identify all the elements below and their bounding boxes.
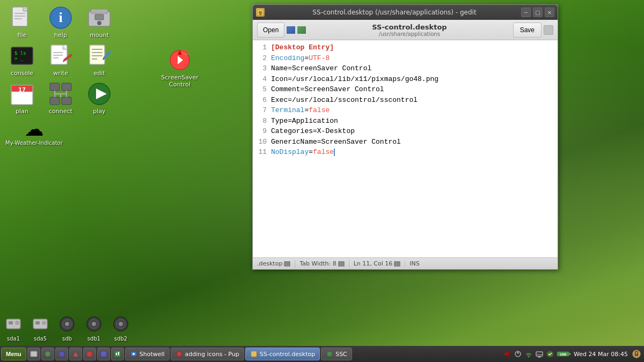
svg-rect-50 <box>35 321 40 324</box>
taskbar-quick-3[interactable] <box>69 348 82 360</box>
storage-sda5[interactable]: sda5 <box>32 316 48 342</box>
gedit-window: g SS-control.desktop (/usr/share/applica… <box>252 4 558 270</box>
tab-width-label: Tab Width: 8 <box>299 260 336 267</box>
console-icon-label: console <box>11 70 33 77</box>
svg-point-71 <box>133 353 135 355</box>
menu-button-label: Menu <box>6 351 21 357</box>
connect-icon <box>48 81 74 107</box>
code-line-1: 1 [Desktop Entry] <box>253 42 558 53</box>
sdb-label: sdb <box>62 336 72 342</box>
battery-tray-icon[interactable]: 100 <box>557 350 572 358</box>
taskbar-quick-6[interactable] <box>111 348 124 360</box>
desktop-icon-edit[interactable]: edit <box>80 41 119 79</box>
code-line-4: 4 Icon=/usr/local/lib/x11/pixmaps/go48.p… <box>253 74 558 85</box>
svg-point-10 <box>97 21 101 25</box>
taskbar-file-manager[interactable] <box>27 348 40 360</box>
desktop-icon-screensaver[interactable]: ScreenSaver Control <box>161 47 199 88</box>
svg-rect-65 <box>87 351 92 357</box>
file-icon <box>9 5 35 31</box>
desktop-icon-help[interactable]: i help <box>41 3 80 41</box>
gedit-title: SS-control.desktop (/usr/share/applicati… <box>268 9 521 16</box>
svg-rect-9 <box>95 14 104 20</box>
svg-rect-1 <box>23 7 27 11</box>
position-icon <box>394 261 400 267</box>
code-line-9: 9 Categories=X-Desktop <box>253 126 558 137</box>
storage-sdb[interactable]: sdb <box>59 316 75 342</box>
open-button-label: Open <box>263 26 279 34</box>
toolbar-filename: SS-control.desktop <box>308 23 510 31</box>
filetype-status: .desktop <box>257 260 290 267</box>
taskbar-quick-1[interactable] <box>41 348 54 360</box>
code-line-11: 11 NoDisplay=false <box>253 147 558 158</box>
svg-rect-83 <box>569 353 570 355</box>
svg-rect-18 <box>90 45 105 64</box>
svg-rect-30 <box>50 97 60 105</box>
wifi-tray-icon[interactable] <box>524 350 533 358</box>
weather-icon: ☁️ <box>24 118 43 140</box>
menu-button[interactable]: Menu <box>1 348 26 360</box>
toolbar-path: /usr/share/applications <box>308 31 510 37</box>
taskbar-quick-4[interactable] <box>83 348 96 360</box>
svg-text:i: i <box>58 10 62 25</box>
console-icon: $ ls > _ <box>9 43 35 69</box>
toolbar-icon-1 <box>287 26 295 34</box>
ssc-label: SSC <box>335 351 347 358</box>
taskbar-quick-2[interactable] <box>55 348 68 360</box>
desktop-icon-connect[interactable]: connect <box>41 79 80 117</box>
code-line-5: 5 Comment=ScreenSaver Control <box>253 84 558 95</box>
svg-point-74 <box>327 351 332 357</box>
svg-marker-75 <box>504 351 509 357</box>
taskbar-task-shotwell[interactable]: Shotwell <box>125 348 170 360</box>
desktop-icon-mount[interactable]: mount <box>80 3 119 41</box>
lock-icon[interactable] <box>632 350 641 358</box>
status-sep-3 <box>405 260 405 268</box>
mount-icon-label: mount <box>90 32 109 39</box>
mount-icon <box>86 5 112 31</box>
code-line-2: 2 Encoding=UTF-8 <box>253 53 558 64</box>
desktop-icon-plan[interactable]: 17 plan <box>3 79 41 117</box>
network-tray-icon[interactable] <box>535 350 544 358</box>
taskbar-task-sscontrol[interactable]: SS-control.desktop <box>245 348 320 360</box>
gedit-editor[interactable]: 1 [Desktop Entry] 2 Encoding=UTF-8 3 Nam… <box>253 40 558 257</box>
play-icon-label: play <box>93 108 105 115</box>
plan-icon: 17 <box>9 81 35 107</box>
code-line-10: 10 GenericName=ScreenSaver Control <box>253 137 558 147</box>
sda5-label: sda5 <box>34 336 47 342</box>
security-tray-icon[interactable] <box>546 350 554 358</box>
maximize-button[interactable]: □ <box>533 8 543 17</box>
svg-point-56 <box>92 322 96 326</box>
status-sep-2 <box>349 260 349 268</box>
desktop-icon-file[interactable]: file <box>3 3 41 41</box>
taskbar-task-ssc[interactable]: SSC <box>321 348 352 360</box>
taskbar-task-puppy[interactable]: adding icons - Pup <box>171 348 244 360</box>
svg-point-77 <box>528 356 530 358</box>
power-tray-icon[interactable] <box>514 350 522 358</box>
close-button[interactable]: ✕ <box>545 8 554 17</box>
svg-point-51 <box>42 321 46 324</box>
toolbar-extra-btn[interactable] <box>544 25 553 35</box>
desktop-icon-play[interactable]: play <box>80 79 119 117</box>
volume-tray-icon[interactable] <box>503 350 511 358</box>
desktop-icon-console[interactable]: $ ls > _ console <box>3 41 41 79</box>
plan-icon-label: plan <box>16 108 28 115</box>
storage-sda1[interactable]: sda1 <box>5 316 21 342</box>
svg-point-72 <box>177 351 182 357</box>
svg-rect-78 <box>536 352 543 356</box>
help-icon-label: help <box>54 32 67 39</box>
taskbar-quick-5[interactable] <box>97 348 110 360</box>
gedit-app-icon: g <box>256 8 265 17</box>
svg-rect-61 <box>31 351 37 357</box>
open-button[interactable]: Open <box>257 23 284 38</box>
svg-point-62 <box>45 351 50 357</box>
tab-width-status: Tab Width: 8 <box>299 260 344 267</box>
edit-icon-label: edit <box>93 70 105 77</box>
storage-sdb2[interactable]: sdb2 <box>113 316 129 342</box>
position-status: Ln 11, Col 16 <box>354 260 401 267</box>
storage-sdb1[interactable]: sdb1 <box>86 316 102 342</box>
desktop-icon-write[interactable]: write <box>41 41 80 79</box>
save-button[interactable]: Save <box>513 23 541 38</box>
sda5-icon <box>32 316 48 335</box>
svg-text:100: 100 <box>560 352 567 356</box>
svg-rect-66 <box>101 351 106 357</box>
minimize-button[interactable]: ─ <box>521 8 531 17</box>
